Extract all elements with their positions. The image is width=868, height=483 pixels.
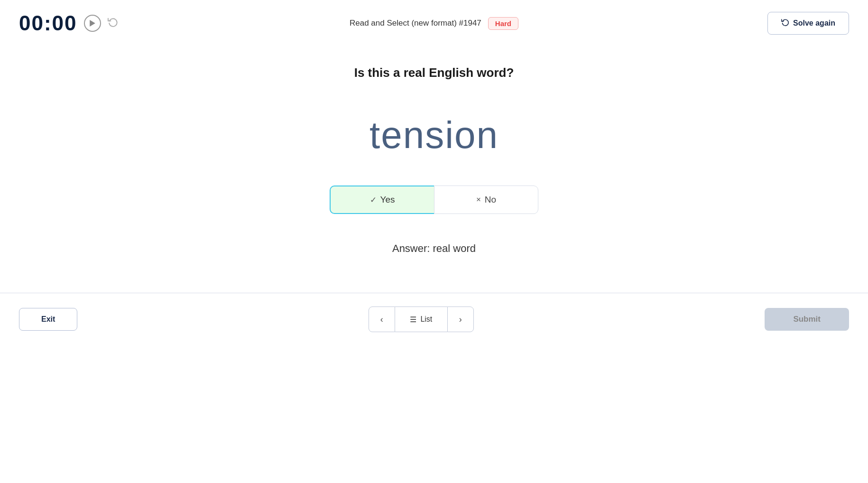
yes-button[interactable]: ✓ Yes: [330, 186, 434, 214]
list-label: List: [420, 315, 432, 324]
play-button[interactable]: [84, 15, 101, 32]
timer-display: 00:00: [19, 11, 77, 35]
svg-marker-0: [90, 20, 95, 27]
submit-button[interactable]: Submit: [765, 308, 849, 331]
x-icon: ×: [476, 195, 481, 204]
title-section: Read and Select (new format) #1947 Hard: [350, 17, 518, 30]
solve-again-label: Solve again: [793, 19, 835, 28]
refresh-icon: [781, 18, 789, 28]
prev-button[interactable]: ‹: [369, 307, 395, 332]
exit-button[interactable]: Exit: [19, 308, 77, 331]
answer-text: Answer: real word: [392, 242, 476, 255]
footer: Exit ‹ ☰ List › Submit: [0, 293, 868, 345]
solve-again-button[interactable]: Solve again: [767, 12, 849, 35]
main-content: Is this a real English word? tension ✓ Y…: [0, 46, 868, 255]
list-menu-icon: ☰: [410, 315, 416, 324]
next-icon: ›: [459, 315, 462, 325]
header: 00:00 Read and Select (new format) #1947…: [0, 0, 868, 46]
list-button[interactable]: ☰ List: [395, 307, 447, 332]
no-button[interactable]: × No: [434, 186, 538, 214]
reset-button[interactable]: [108, 17, 118, 30]
yes-label: Yes: [380, 195, 395, 205]
no-label: No: [485, 195, 496, 205]
prev-icon: ‹: [380, 315, 383, 325]
question-text: Is this a real English word?: [354, 65, 514, 80]
choices-row: ✓ Yes × No: [330, 186, 538, 214]
timer-section: 00:00: [19, 11, 118, 35]
problem-title: Read and Select (new format) #1947: [350, 19, 481, 28]
word-display: tension: [369, 113, 499, 157]
check-icon: ✓: [370, 195, 377, 205]
next-button[interactable]: ›: [447, 307, 474, 332]
difficulty-badge: Hard: [488, 17, 518, 30]
nav-section: ‹ ☰ List ›: [369, 307, 474, 332]
